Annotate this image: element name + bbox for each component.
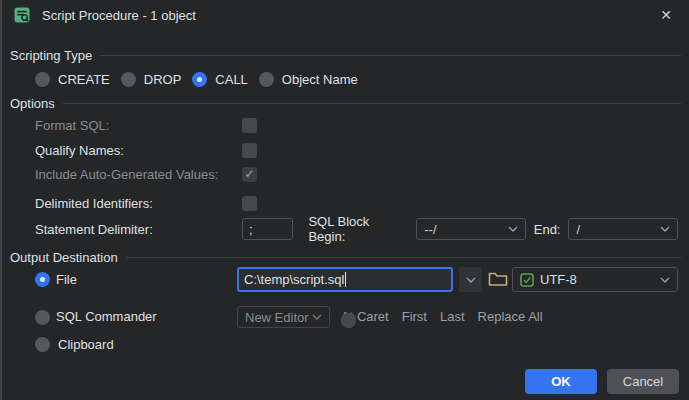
qualify-names-row: Qualify Names: [35, 142, 257, 158]
cancel-button[interactable]: Cancel [607, 369, 679, 394]
sql-block-end-value: / [576, 222, 580, 237]
radio-drop[interactable]: DROP [121, 72, 182, 87]
output-destination-header: Output Destination [10, 249, 681, 265]
options-label: Options [10, 96, 55, 111]
radio-clipboard[interactable] [35, 337, 50, 352]
delimited-identifiers-checkbox[interactable] [242, 196, 257, 211]
last-label: Last [440, 309, 465, 324]
scripting-type-label: Scripting Type [10, 48, 92, 63]
separator-line [100, 55, 681, 56]
insert-position-group: At Caret First Last Replace All [341, 309, 543, 324]
chevron-down-icon [660, 226, 670, 232]
radio-object-name-circle[interactable] [259, 72, 274, 87]
script-search-icon [14, 7, 30, 23]
checked-checkbox-icon [520, 273, 534, 287]
radio-sql-commander[interactable] [35, 310, 50, 325]
radio-call-label: CALL [215, 72, 248, 87]
folder-icon[interactable] [488, 270, 508, 288]
include-auto-generated-row: Include Auto-Generated Values: ✓ [35, 166, 257, 182]
delimited-identifiers-row: Delimited Identifiers: [35, 195, 257, 211]
radio-object-name-label: Object Name [282, 72, 358, 87]
include-auto-generated-checkbox[interactable]: ✓ [242, 167, 257, 182]
sql-block-begin-label: SQL Block Begin: [308, 214, 408, 244]
file-path-value: C:\temp\script.sql [244, 272, 346, 287]
first-label: First [402, 309, 427, 324]
sql-block-begin-value: --/ [424, 222, 436, 237]
statement-delimiter-label: Statement Delimiter: [35, 222, 242, 237]
clipboard-label: Clipboard [58, 337, 114, 352]
statement-delimiter-value: ; [249, 222, 253, 237]
radio-last[interactable]: Last [440, 309, 465, 324]
radio-call-circle[interactable] [192, 72, 207, 87]
sql-block-end-label: End: [534, 222, 561, 237]
titlebar: Script Procedure - 1 object ✕ [0, 0, 689, 30]
radio-replace-all[interactable]: Replace All [478, 309, 543, 324]
radio-create-label: CREATE [58, 72, 110, 87]
encoding-value: UTF-8 [540, 272, 577, 287]
script-procedure-dialog: Script Procedure - 1 object ✕ Scripting … [0, 0, 689, 400]
file-path-input[interactable]: C:\temp\script.sql [237, 267, 453, 292]
dialog-title: Script Procedure - 1 object [42, 8, 196, 23]
radio-call[interactable]: CALL [192, 72, 248, 87]
editor-combo[interactable]: New Editor [237, 306, 330, 328]
window-edge [0, 0, 2, 400]
close-icon[interactable]: ✕ [657, 6, 675, 24]
sql-block-end-combo[interactable]: / [568, 218, 678, 240]
delimited-identifiers-label: Delimited Identifiers: [35, 196, 242, 211]
chevron-down-icon [508, 226, 518, 232]
output-destination-label: Output Destination [10, 250, 118, 265]
clipboard-row: Clipboard [35, 336, 114, 352]
radio-file[interactable] [35, 272, 50, 287]
chevron-down-icon [312, 314, 322, 320]
scripting-type-options: CREATE DROP CALL Object Name [35, 71, 358, 87]
options-header: Options [10, 95, 681, 111]
chevron-down-icon [466, 277, 476, 283]
include-auto-generated-label: Include Auto-Generated Values: [35, 167, 242, 182]
format-sql-label: Format SQL: [35, 118, 242, 133]
format-sql-checkbox[interactable] [242, 118, 257, 133]
radio-object-name[interactable]: Object Name [259, 72, 358, 87]
editor-value: New Editor [245, 310, 309, 325]
radio-drop-label: DROP [144, 72, 182, 87]
radio-create[interactable]: CREATE [35, 72, 110, 87]
replace-all-label: Replace All [478, 309, 543, 324]
scripting-type-header: Scripting Type [10, 47, 681, 63]
radio-drop-circle[interactable] [121, 72, 136, 87]
file-destination-row: File C:\temp\script.sql UTF-8 [35, 267, 677, 293]
file-path-dropdown-button[interactable] [459, 267, 482, 292]
radio-create-circle[interactable] [35, 72, 50, 87]
radio-first[interactable]: First [402, 309, 427, 324]
sql-commander-label: SQL Commander [56, 309, 157, 324]
format-sql-row: Format SQL: [35, 117, 257, 133]
sql-commander-row: SQL Commander New Editor At Caret First … [35, 306, 677, 328]
radio-replace-all-circle[interactable] [341, 313, 356, 328]
statement-delimiter-input[interactable]: ; [242, 218, 293, 240]
separator-line [126, 257, 681, 258]
statement-delimiter-row: Statement Delimiter: ; SQL Block Begin: … [35, 217, 678, 241]
ok-button[interactable]: OK [525, 369, 597, 394]
chevron-down-icon [660, 277, 670, 283]
file-label: File [56, 272, 77, 287]
qualify-names-checkbox[interactable] [242, 143, 257, 158]
qualify-names-label: Qualify Names: [35, 143, 242, 158]
separator-line [63, 103, 681, 104]
sql-block-begin-combo[interactable]: --/ [416, 218, 526, 240]
encoding-combo[interactable]: UTF-8 [512, 267, 678, 292]
